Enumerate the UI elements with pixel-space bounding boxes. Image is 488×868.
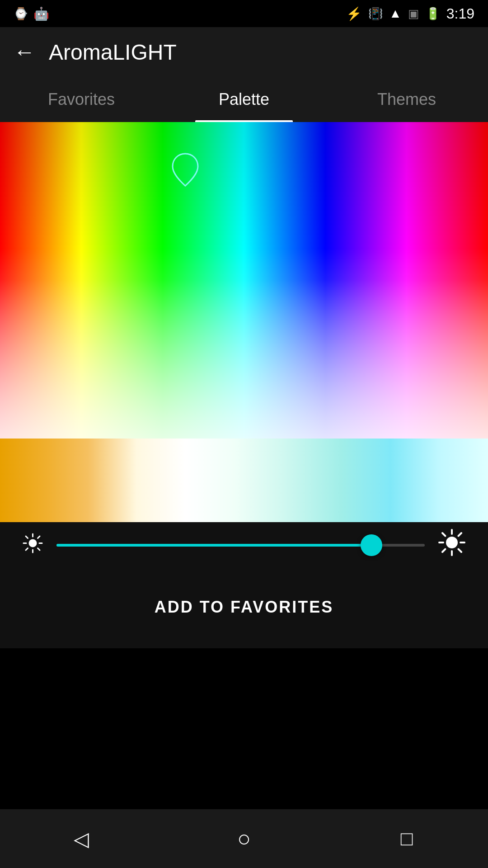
nav-back-button[interactable]: ◁: [63, 821, 99, 857]
svg-line-14: [442, 533, 446, 536]
tab-palette-label: Palette: [219, 90, 269, 109]
app-title: AromaLIGHT: [49, 40, 177, 65]
slider-fill: [56, 544, 370, 547]
brightness-min-icon: [23, 533, 43, 557]
nav-home-button[interactable]: ○: [226, 821, 262, 857]
svg-line-16: [459, 533, 462, 536]
wifi-icon: ▲: [389, 6, 402, 21]
svg-line-5: [26, 536, 28, 538]
slider-thumb[interactable]: [361, 534, 382, 556]
app-bar: ← AromaLIGHT: [0, 27, 488, 77]
back-button[interactable]: ←: [14, 41, 35, 63]
palette-container[interactable]: [0, 122, 488, 511]
brightness-max-icon: [438, 529, 465, 561]
nav-bar: ◁ ○ □: [0, 809, 488, 868]
tab-bar: Favorites Palette Themes: [0, 77, 488, 122]
status-left-icons: ⌚ 🤖: [14, 6, 49, 21]
watch-icon: ⌚: [14, 7, 28, 21]
status-bar: ⌚ 🤖 ⚡ 📳 ▲ ▣ 🔋 3:19: [0, 0, 488, 27]
add-to-favorites-button[interactable]: ADD TO FAVORITES: [23, 584, 465, 630]
battery-icon: 🔋: [426, 7, 440, 21]
tab-favorites-label: Favorites: [48, 90, 115, 109]
status-right-icons: ⚡ 📳 ▲ ▣ 🔋 3:19: [346, 5, 474, 22]
color-pin[interactable]: [172, 153, 199, 187]
bluetooth-icon: ⚡: [346, 6, 362, 21]
tab-palette[interactable]: Palette: [163, 77, 325, 122]
controls-area: ADD TO FAVORITES: [0, 511, 488, 648]
status-time: 3:19: [446, 5, 474, 22]
brightness-strip[interactable]: [0, 439, 488, 522]
svg-line-6: [38, 548, 40, 551]
vibrate-icon: 📳: [368, 7, 383, 21]
svg-point-0: [29, 539, 37, 547]
svg-line-7: [38, 536, 40, 538]
svg-line-17: [442, 549, 446, 552]
sim-icon: ▣: [408, 7, 419, 21]
nav-recents-button[interactable]: □: [389, 821, 425, 857]
svg-line-8: [26, 548, 28, 551]
svg-point-9: [446, 537, 458, 548]
tab-favorites[interactable]: Favorites: [0, 77, 163, 122]
svg-line-15: [459, 549, 462, 552]
color-wheel[interactable]: [0, 122, 488, 439]
brightness-slider-row: [23, 529, 465, 561]
android-icon: 🤖: [33, 6, 49, 21]
tab-themes-label: Themes: [377, 90, 436, 109]
tab-themes[interactable]: Themes: [325, 77, 488, 122]
brightness-slider-track[interactable]: [56, 544, 425, 547]
